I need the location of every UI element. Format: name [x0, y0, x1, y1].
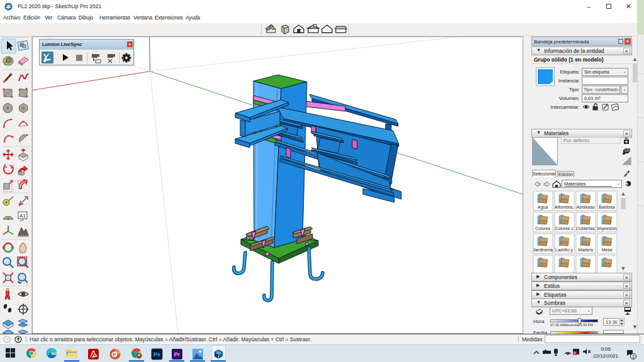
svg-text:Ladrillo y: Ladrillo y	[555, 248, 574, 253]
svg-text:Pr: Pr	[174, 351, 180, 358]
svg-text:Cubiertas: Cubiertas	[576, 226, 595, 231]
svg-text:2: 2	[574, 351, 576, 355]
svg-text:Asfaltado: Asfaltado	[576, 205, 594, 209]
svg-text:Impresión: Impresión	[597, 226, 617, 231]
svg-text:P: P	[113, 352, 116, 358]
svg-text:Jardinería: Jardinería	[533, 248, 552, 252]
svg-text:Colores: Colores	[535, 226, 551, 231]
svg-text:?: ?	[6, 337, 9, 343]
svg-text:0:05: 0:05	[601, 346, 611, 352]
svg-text:22/12/2021: 22/12/2021	[593, 353, 619, 359]
svg-text:Ps: Ps	[153, 351, 160, 358]
svg-text:Colores c: Colores c	[555, 226, 574, 231]
svg-text:Metal: Metal	[601, 248, 613, 252]
svg-text:Baldosa: Baldosa	[599, 205, 614, 209]
svg-text:Alfombra,: Alfombra,	[555, 205, 574, 209]
svg-text:Agua: Agua	[538, 205, 548, 210]
svg-text:A1: A1	[19, 213, 26, 219]
svg-text:2: 2	[632, 354, 635, 359]
svg-text:Madera: Madera	[578, 248, 593, 252]
